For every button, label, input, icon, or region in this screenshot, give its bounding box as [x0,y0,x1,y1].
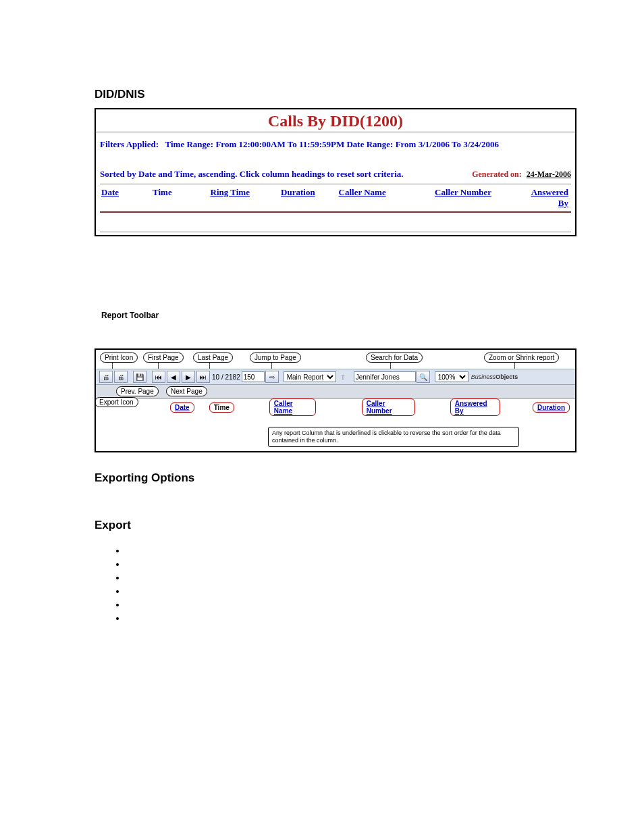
col-answered-by[interactable]: Answered By [531,187,571,209]
callout-first: First Page [143,353,184,363]
toolbar-spacer: Prev. Page Next Page Export Icon [96,385,575,398]
callout-row-top: Print Icon First Page Last Page Jump to … [96,350,575,369]
diagram-column-headers: Date Time Caller Name Caller Number Answ… [96,398,575,415]
generated-label: Generated on: [472,170,522,179]
diagram-col-caller-name[interactable]: Caller Name [269,398,316,416]
report-title-row: Calls By DID(1200) [96,109,575,132]
callout-export: Export Icon [95,397,138,407]
section-heading-did: DID/DNIS [95,88,576,101]
zoom-select[interactable]: 100% [435,371,468,382]
generated-date: 24-Mar-2006 [527,170,571,179]
last-page-icon[interactable]: ⏭ [196,371,210,383]
filters-label: Filters Applied: [100,139,159,149]
callout-last: Last Page [193,353,233,363]
first-page-icon[interactable]: ⏮ [152,371,165,383]
callout-prev: Prev. Page [116,386,159,396]
list-item [126,613,576,627]
col-ring-time[interactable]: Ring Time [211,187,281,209]
jump-to-page-input[interactable] [242,371,265,382]
export-bullet-list [126,546,576,627]
diagram-col-answered-by[interactable]: Answered By [450,398,500,416]
col-caller-name[interactable]: Caller Name [339,187,435,209]
go-to-page-icon[interactable]: ⇨ [265,371,279,383]
list-item [126,600,576,613]
businessobjects-logo: BusinessObjects [471,373,518,380]
diagram-col-time: Time [209,402,234,413]
print-icon[interactable]: 🖨 [99,371,113,383]
search-input[interactable] [354,371,416,382]
col-duration[interactable]: Duration [281,187,339,209]
col-time: Time [153,187,211,209]
toolbar-diagram: Print Icon First Page Last Page Jump to … [95,348,576,452]
callout-next: Next Page [166,386,207,396]
export-heading: Export [95,519,576,532]
prev-page-icon[interactable]: ◀ [167,371,180,383]
next-page-icon[interactable]: ▶ [182,371,195,383]
up-icon[interactable]: ⇧ [337,371,349,382]
col-caller-number[interactable]: Caller Number [435,187,531,209]
list-item [126,546,576,559]
diagram-col-duration[interactable]: Duration [533,402,570,413]
list-item [126,573,576,586]
exporting-options-heading: Exporting Options [95,471,576,485]
report-row-empty [100,213,571,232]
list-item [126,559,576,573]
callout-jump: Jump to Page [250,353,301,363]
report-select[interactable]: Main Report [284,371,336,382]
diagram-col-caller-number[interactable]: Caller Number [362,398,415,416]
report-title: Calls By DID(1200) [268,112,403,130]
col-date[interactable]: Date [100,187,153,209]
column-sort-note: Any report Column that is underlined is … [268,427,519,447]
diagram-col-date[interactable]: Date [170,402,194,413]
filters-text: Time Range: From 12:00:00AM To 11:59:59P… [165,139,499,149]
callout-print: Print Icon [100,353,138,363]
page-indicator: 10 / 2182 [212,373,240,381]
callout-zoom: Zoom or Shrink report [484,353,559,363]
search-icon[interactable]: 🔍 [417,371,430,383]
callout-search: Search for Data [366,353,423,363]
sort-instructions: Sorted by Date and Time, ascending. Clic… [100,169,472,180]
report-calls-by-did: Calls By DID(1200) Filters Applied: Time… [95,108,576,236]
toolbar-section-label: Report Toolbar [101,311,576,320]
report-column-headers: Date Time Ring Time Duration Caller Name… [100,184,571,213]
generated-on: Generated on: 24-Mar-2006 [472,170,571,180]
list-item [126,586,576,600]
filters-applied: Filters Applied: Time Range: From 12:00:… [100,139,571,150]
export-icon[interactable]: 💾 [133,371,146,383]
report-toolbar: 🖨 🖨 💾 ⏮ ◀ ▶ ⏭ 10 / 2182 ⇨ Main Report ⇧ … [96,369,575,385]
print-icon-2[interactable]: 🖨 [114,371,128,383]
